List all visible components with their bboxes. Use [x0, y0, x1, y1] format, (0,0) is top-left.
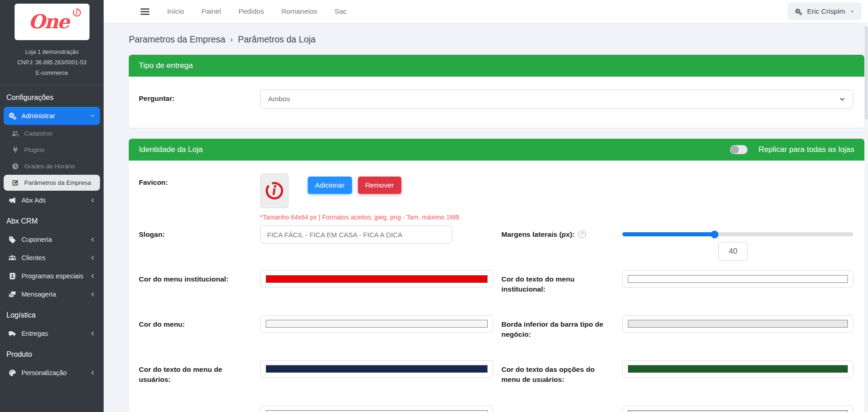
sidebar-item-grades-de-horario[interactable]: Grades de Horário — [4, 158, 100, 174]
brand-logo-text: One — [29, 12, 75, 31]
favicon-buttons: Adicionar Remover — [308, 177, 401, 194]
sidebar-item-personalizacao[interactable]: Personalização — [4, 364, 100, 382]
add-favicon-button[interactable]: Adicionar — [308, 177, 352, 194]
margins-slider[interactable] — [622, 232, 853, 236]
replicate-toggle[interactable] — [730, 145, 747, 154]
nav-link-painel[interactable]: Painel — [201, 7, 221, 16]
chevron-down-icon — [839, 96, 846, 103]
color-label: Cor do menu institucional: — [139, 270, 260, 284]
store-info: Loja 1 demonstração CNPJ: 36.895.263/000… — [4, 47, 100, 78]
favicon-spiral-icon — [264, 180, 285, 201]
replicate-label: Replicar para todas as lojas — [758, 145, 854, 154]
color-label: Cor do texto do menu institucional: — [493, 270, 622, 295]
slogan-margins-row: Slogan: Margens laterais (px): ? — [139, 225, 853, 266]
brand-spiral-icon — [72, 8, 82, 17]
sidebar-item-entregas[interactable]: Entregas — [4, 324, 100, 343]
color-input-menu-institucional[interactable] — [260, 270, 493, 287]
nav-link-sac[interactable]: Sac — [335, 7, 347, 16]
color-input-opcoes-menu-usuarios[interactable] — [622, 360, 853, 378]
color-row: Cor do menu: Borda inferior da barra tip… — [139, 315, 853, 340]
store-cnpj: CNPJ: 36.895.263/0001-53 — [4, 57, 100, 68]
user-name: Eric Crispim — [807, 7, 845, 16]
nav-link-pedidos[interactable]: Pedidos — [238, 7, 264, 16]
sidebar-item-administrar[interactable]: Administrar — [4, 107, 100, 125]
color-label: Cor do texto do menu de usuários: — [139, 360, 260, 385]
nav-link-inicio[interactable]: Início — [167, 7, 184, 16]
delivery-card-header: Tipo de entrega — [129, 55, 864, 77]
chevron-left-icon — [90, 198, 95, 203]
sidebar-item-label: Plugins — [24, 146, 44, 153]
user-menu-button[interactable]: Eric Crispim — [788, 3, 862, 20]
toggle-knob — [731, 146, 739, 154]
favicon-preview[interactable] — [260, 173, 289, 208]
sidebar-item-clientes[interactable]: Clientes — [4, 249, 100, 267]
perguntar-select[interactable]: Ambos — [260, 89, 853, 109]
plug-icon — [11, 146, 19, 154]
color-value — [266, 410, 488, 412]
gears-icon — [794, 8, 802, 16]
address-book-icon — [8, 272, 16, 280]
chevron-left-icon — [90, 273, 95, 279]
sidebar-item-cadastros[interactable]: Cadastros — [4, 125, 100, 141]
card-title: Identidade da Loja — [139, 145, 203, 154]
color-input-menu[interactable] — [260, 315, 493, 333]
favicon-hint: *Tamanho 64x64 px | Formatos aceitos: jp… — [260, 214, 853, 221]
users-icon — [8, 254, 16, 262]
margins-control — [622, 225, 853, 266]
margins-value-wrap — [622, 242, 853, 266]
sidebar-item-label: Grades de Horário — [24, 163, 75, 170]
chevron-left-icon — [90, 255, 95, 261]
sidebar-section-produto: Produto — [4, 343, 100, 364]
color-input-barra-menu[interactable] — [260, 406, 493, 412]
color-input-informacoes-promocionais[interactable] — [622, 406, 853, 412]
color-value — [266, 275, 488, 283]
chevron-down-icon — [90, 113, 95, 119]
color-label: Borda inferior da barra tipo de negócio: — [493, 315, 622, 340]
store-identity-card: Identidade da Loja Replicar para todas a… — [129, 139, 864, 412]
slogan-input[interactable] — [260, 225, 452, 244]
nav-link-romaneios[interactable]: Romaneios — [281, 7, 317, 16]
sidebar-item-label: Mensageria — [21, 291, 56, 298]
replicate-control: Replicar para todas as lojas — [730, 145, 854, 154]
color-input-texto-menu-usuarios[interactable] — [260, 360, 493, 378]
color-input-texto-menu-institucional[interactable] — [622, 270, 853, 287]
delivery-card-body: Perguntar: Ambos — [129, 77, 864, 128]
color-row: Cor do menu institucional: Cor do texto … — [139, 270, 853, 295]
sidebar-item-label: Parâmetros da Empresa — [24, 179, 91, 186]
sidebar-item-label: Administrar — [21, 112, 55, 120]
color-row: Cor do texto do menu de usuários: Cor do… — [139, 360, 853, 385]
chevron-left-icon — [90, 237, 95, 242]
sidebar-item-cuponeria[interactable]: Cuponeria — [4, 230, 100, 249]
content-area: Tipo de entrega Perguntar: Ambos Identid… — [104, 55, 868, 412]
color-value — [628, 275, 848, 283]
perguntar-selected-value: Ambos — [268, 95, 290, 103]
help-icon[interactable]: ? — [578, 230, 586, 238]
page-scrollbar[interactable] — [864, 23, 868, 412]
sidebar-item-abx-ads[interactable]: Abx Ads — [4, 191, 100, 209]
main-area: Início Painel Pedidos Romaneios Sac Eric… — [104, 0, 868, 412]
sidebar-item-label: Programas especiais — [21, 272, 83, 280]
color-input-borda-inferior[interactable] — [622, 315, 853, 333]
hamburger-icon[interactable] — [140, 6, 150, 17]
chevron-left-icon — [90, 331, 95, 336]
chevron-left-icon — [90, 292, 95, 297]
sidebar-item-parametros-da-empresa[interactable]: Parâmetros da Empresa — [4, 175, 100, 191]
remove-favicon-button[interactable]: Remover — [358, 177, 401, 194]
sidebar-item-plugins[interactable]: Plugins — [4, 142, 100, 158]
slider-fill — [622, 232, 715, 236]
sidebar-item-programas-especiais[interactable]: Programas especiais — [4, 267, 100, 285]
favicon-label: Favicon: — [139, 173, 260, 188]
identity-card-header: Identidade da Loja Replicar para todas a… — [129, 139, 864, 161]
tag-icon — [8, 235, 16, 244]
favicon-zone: Adicionar Remover *Tamanho 64x64 px | Fo… — [260, 173, 853, 221]
margins-value-input[interactable] — [718, 242, 747, 261]
sidebar-item-label: Clientes — [21, 254, 45, 261]
breadcrumb-parent[interactable]: Parametros da Empresa — [129, 34, 225, 45]
sidebar-item-mensageria[interactable]: Mensageria — [4, 285, 100, 303]
brand-logo[interactable]: One — [15, 4, 89, 40]
sidebar-divider — [0, 84, 104, 85]
slogan-cell — [260, 225, 493, 244]
scrollbar-thumb[interactable] — [865, 26, 868, 120]
slider-thumb[interactable] — [711, 230, 719, 238]
perguntar-label: Perguntar: — [139, 89, 260, 104]
